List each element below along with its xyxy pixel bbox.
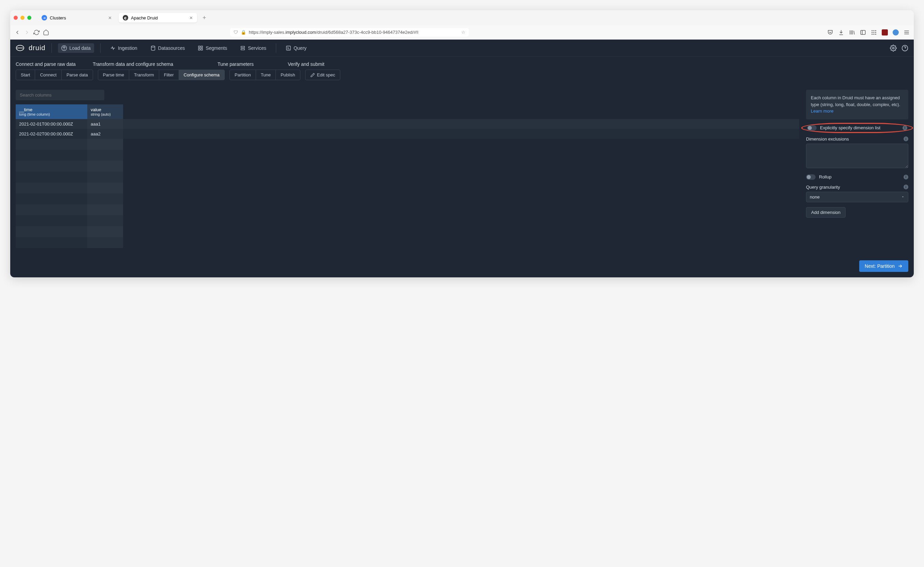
step-edit-spec[interactable]: Edit spec bbox=[306, 70, 340, 80]
tab-clusters[interactable]: ➜ Clusters ✕ bbox=[38, 13, 116, 23]
nav-segments[interactable]: Segments bbox=[194, 43, 231, 53]
step-parse-time[interactable]: Parse time bbox=[98, 70, 129, 80]
query-granularity-select[interactable]: none bbox=[806, 192, 908, 202]
gear-icon[interactable] bbox=[890, 45, 897, 51]
help-icon[interactable] bbox=[902, 45, 908, 51]
chevron-down-icon bbox=[901, 195, 904, 199]
phase-tune: Tune parameters bbox=[218, 62, 254, 67]
tab-title: Apache Druid bbox=[131, 15, 158, 21]
url-text: https://imply-sales.implycloud.com/druid… bbox=[249, 30, 418, 35]
address-bar[interactable]: 🛡 🔒 https://imply-sales.implycloud.com/d… bbox=[230, 28, 469, 36]
info-callout: Each column in Druid must have an assign… bbox=[806, 90, 908, 119]
tab-apache-druid[interactable]: ◐ Apache Druid ✕ bbox=[118, 13, 197, 23]
step-transform[interactable]: Transform bbox=[129, 70, 159, 80]
explicit-dimensions-label: Explicitly specify dimension list bbox=[820, 125, 880, 130]
database-icon bbox=[150, 45, 156, 51]
maximize-window-button[interactable] bbox=[27, 16, 32, 20]
query-granularity-label: Query granularity bbox=[806, 185, 840, 190]
search-columns-input[interactable] bbox=[16, 90, 104, 100]
svg-point-12 bbox=[151, 46, 155, 47]
load-data-button[interactable]: Load data bbox=[58, 43, 94, 53]
app-header: druid Load data Ingestion Datasources Se… bbox=[10, 39, 914, 57]
step-parse-data[interactable]: Parse data bbox=[62, 70, 93, 80]
info-icon[interactable]: i bbox=[903, 185, 908, 190]
close-window-button[interactable] bbox=[14, 16, 18, 20]
svg-point-6 bbox=[875, 32, 876, 33]
svg-rect-18 bbox=[241, 48, 245, 50]
svg-rect-16 bbox=[201, 48, 203, 50]
druid-favicon-icon: ◐ bbox=[123, 15, 128, 21]
close-tab-icon[interactable]: ✕ bbox=[189, 15, 193, 21]
svg-rect-15 bbox=[198, 48, 200, 50]
explicit-dimensions-row: Explicitly specify dimension list i bbox=[801, 123, 913, 133]
upload-icon bbox=[62, 45, 67, 51]
menu-button[interactable] bbox=[903, 29, 910, 36]
step-partition[interactable]: Partition bbox=[230, 70, 256, 80]
step-connect[interactable]: Connect bbox=[35, 70, 62, 80]
config-panel: Each column in Druid must have an assign… bbox=[806, 90, 908, 248]
nav-services[interactable]: Services bbox=[237, 43, 270, 53]
bookmark-star-icon[interactable]: ☆ bbox=[461, 30, 465, 35]
nav-datasources[interactable]: Datasources bbox=[147, 43, 189, 53]
minimize-window-button[interactable] bbox=[21, 16, 24, 20]
table-row: 2021-02-02T00:00:00.000Z aaa2 bbox=[16, 129, 799, 139]
extension-icon[interactable] bbox=[892, 29, 899, 36]
step-filter[interactable]: Filter bbox=[159, 70, 179, 80]
info-icon[interactable]: i bbox=[903, 137, 908, 141]
phase-verify: Verify and submit bbox=[288, 62, 324, 67]
info-icon[interactable]: i bbox=[903, 174, 908, 179]
svg-point-7 bbox=[872, 33, 873, 35]
info-icon[interactable]: i bbox=[903, 126, 907, 130]
svg-rect-13 bbox=[198, 46, 200, 48]
ublock-icon[interactable] bbox=[882, 29, 888, 36]
dimension-exclusions-input[interactable] bbox=[806, 144, 908, 168]
schema-preview: __time long (time column) value string (… bbox=[16, 90, 799, 248]
download-icon[interactable] bbox=[838, 29, 844, 36]
svg-point-9 bbox=[875, 33, 876, 35]
reload-button[interactable] bbox=[33, 29, 39, 36]
rollup-toggle[interactable] bbox=[806, 174, 816, 180]
step-start[interactable]: Start bbox=[16, 70, 35, 80]
pocket-icon[interactable] bbox=[827, 29, 833, 36]
back-button[interactable] bbox=[14, 29, 21, 36]
home-button[interactable] bbox=[43, 29, 49, 36]
column-header-value[interactable]: value string (auto) bbox=[87, 104, 123, 119]
new-tab-button[interactable]: + bbox=[200, 14, 209, 21]
step-tune[interactable]: Tune bbox=[256, 70, 276, 80]
edit-icon bbox=[310, 73, 315, 77]
svg-rect-14 bbox=[201, 46, 203, 48]
segments-icon bbox=[198, 45, 203, 51]
shield-icon: 🛡 bbox=[234, 30, 238, 35]
ingestion-icon bbox=[110, 45, 116, 51]
rollup-label: Rollup bbox=[819, 174, 832, 179]
nav-query[interactable]: Query bbox=[282, 43, 310, 53]
tab-title: Clusters bbox=[50, 15, 66, 21]
column-header-time[interactable]: __time long (time column) bbox=[16, 104, 87, 119]
next-partition-button[interactable]: Next: Partition bbox=[859, 260, 908, 272]
svg-point-4 bbox=[872, 32, 873, 33]
arrow-right-icon bbox=[897, 263, 903, 269]
library-icon[interactable] bbox=[849, 29, 855, 36]
dimension-exclusions-label: Dimension exclusions bbox=[806, 137, 849, 141]
learn-more-link[interactable]: Learn more bbox=[811, 108, 833, 114]
phase-transform: Transform data and configure schema bbox=[93, 62, 173, 67]
forward-button[interactable] bbox=[24, 29, 30, 36]
druid-logo[interactable]: druid bbox=[16, 44, 45, 52]
svg-point-1 bbox=[872, 30, 873, 31]
explicit-dimensions-toggle[interactable] bbox=[807, 125, 817, 131]
query-icon bbox=[286, 45, 291, 51]
svg-point-8 bbox=[873, 33, 874, 35]
step-configure-schema[interactable]: Configure schema bbox=[179, 70, 225, 80]
svg-point-20 bbox=[892, 47, 894, 49]
imply-favicon-icon: ➜ bbox=[42, 15, 47, 21]
svg-point-5 bbox=[873, 32, 874, 33]
close-tab-icon[interactable]: ✕ bbox=[108, 15, 112, 21]
lock-icon: 🔒 bbox=[241, 30, 246, 35]
step-publish[interactable]: Publish bbox=[276, 70, 300, 80]
nav-ingestion[interactable]: Ingestion bbox=[107, 43, 141, 53]
table-row: 2021-02-01T00:00:00.000Z aaa1 bbox=[16, 119, 799, 129]
add-dimension-button[interactable]: Add dimension bbox=[806, 207, 846, 218]
svg-rect-17 bbox=[241, 46, 245, 47]
sidebar-icon[interactable] bbox=[860, 29, 866, 36]
grid-icon[interactable] bbox=[871, 29, 877, 36]
